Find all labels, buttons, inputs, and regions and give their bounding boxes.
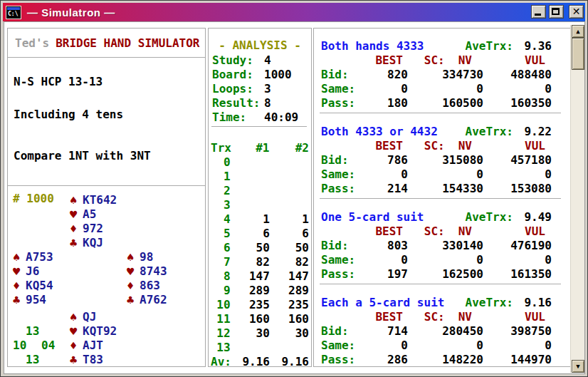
close-icon: ✕ [569,6,583,18]
stat-row: Bid:786315080457180 [321,153,552,167]
avetrx-value: 9.36 [513,39,552,53]
trx-cell: 50 [270,241,309,255]
trx-row-label: 2 [211,184,231,198]
card-holding: A5 [83,207,96,222]
stat-vul-value: 153080 [483,182,552,196]
trx-cell [270,184,309,198]
trx-table-row: 10235235 [211,298,309,312]
stat-row: Same:000 [321,82,552,96]
constraint-line: N-S HCP 13-13 [14,75,103,89]
card-holding: KQJ [83,236,103,250]
trx-table-row: 65050 [211,241,309,255]
stat-best-value: 0 [371,167,408,182]
field-label: Time: [212,110,264,125]
col-header-vul: VUL [483,310,552,324]
section-title: Both 4333 or 4432 [321,125,438,139]
stat-best-value: 820 [371,68,408,82]
trx-cell: 235 [231,298,270,312]
trx-cell: 235 [270,298,309,312]
maximize-icon [552,8,560,15]
trx-cell: 30 [270,326,309,341]
stat-vul-value: 476190 [483,239,552,253]
constraint-line: Compare 1NT with 3NT [14,149,151,163]
card-holding: KT642 [83,193,117,207]
section-column-headers: BESTSC:NVVUL [321,224,552,239]
card-holding: 972 [83,222,103,236]
stat-vul-value: 0 [483,253,552,267]
divider [320,113,561,113]
deal-panel: Ted'sBRIDGE HAND SIMULATOR N-S HCP 13-13… [7,28,206,367]
stat-nv-value: 148220 [408,353,483,367]
stat-row-label: Pass: [321,182,371,196]
field-label: Result: [212,96,264,110]
trx-cell: 1 [270,212,309,227]
south-spades: ♠QJ [70,310,96,324]
diamond-icon: ♦ [70,339,83,353]
section-title: Both hands 4333 [321,39,424,53]
stat-nv-value: 0 [408,253,483,267]
stat-nv-value: 0 [408,167,483,182]
stat-vul-value: 0 [483,339,552,353]
col-header-best: BEST [321,139,408,153]
scrollbar-thumb[interactable] [572,38,584,70]
col-header-vul: VUL [483,53,552,68]
trx-cell [231,341,270,355]
card-holding: KQT92 [83,324,117,339]
section-title-row: One 5-card suitAveTrx:9.49 [321,210,552,224]
analysis-title: - ANALYSIS - [209,38,311,53]
stat-best-value: 180 [371,96,408,110]
trx-row-label: 1 [211,170,231,184]
trx-table-row: Av:9.169.16 [211,355,309,369]
title-bar[interactable]: C:\ — Simulatron — ✕ [3,3,585,21]
constraint-line: Including 4 tens [14,108,123,122]
trx-cell: 147 [231,269,270,284]
spade-icon: ♠ [13,250,26,264]
trx-cell: 289 [270,284,309,298]
avetrx-value: 9.16 [513,296,552,310]
south-diamonds: ♦AJT [70,339,103,353]
avetrx-value: 9.22 [513,125,552,139]
trx-row-label: 6 [211,241,231,255]
trx-table-row: 13 [211,341,309,355]
col-header-best: BEST [321,310,408,324]
spade-icon: ♠ [127,250,140,264]
stat-row: Bid:820334730488480 [321,68,552,82]
trx-cell [231,184,270,198]
scroll-down-button[interactable]: ▼ [572,360,584,373]
trx-row-label: 8 [211,269,231,284]
col-header-best: BEST [321,224,408,239]
minimize-button[interactable] [531,5,546,19]
trx-row-label: 10 [211,298,231,312]
col-header-1: #1 [232,141,270,155]
scroll-up-button[interactable]: ▲ [572,25,584,38]
field-label: Board: [212,68,264,82]
trx-cell: 160 [231,312,270,326]
trx-cell: 6 [270,227,309,241]
spacer [424,210,466,224]
north-clubs: ♣KQJ [70,236,103,250]
diamond-icon: ♦ [70,222,83,236]
stat-row-label: Same: [321,253,371,267]
card-holding: QJ [83,310,96,324]
trx-cell [270,170,309,184]
results-section: One 5-card suitAveTrx:9.49BESTSC:NVVULBi… [321,210,552,282]
stat-row-label: Pass: [321,96,371,110]
minimize-icon [535,14,541,16]
stat-row: Same:000 [321,167,552,182]
close-button[interactable]: ✕ [569,5,584,19]
stat-vul-value: 160350 [483,96,552,110]
divider [320,198,561,199]
stat-row-label: Pass: [321,353,371,367]
club-icon: ♣ [70,353,83,367]
maximize-button[interactable] [549,5,564,19]
trx-cell: 30 [231,326,270,341]
south-hearts: ♥KQT92 [70,324,117,339]
vertical-scrollbar[interactable]: ▲ ▼ [570,25,584,373]
section-column-headers: BESTSC:NVVUL [321,53,552,68]
app-icon[interactable]: C:\ [6,6,21,19]
divider [8,185,205,186]
divider [320,284,561,284]
divider [8,57,205,58]
diamond-icon: ♦ [13,279,26,293]
title-prefix: Ted's [15,36,49,50]
